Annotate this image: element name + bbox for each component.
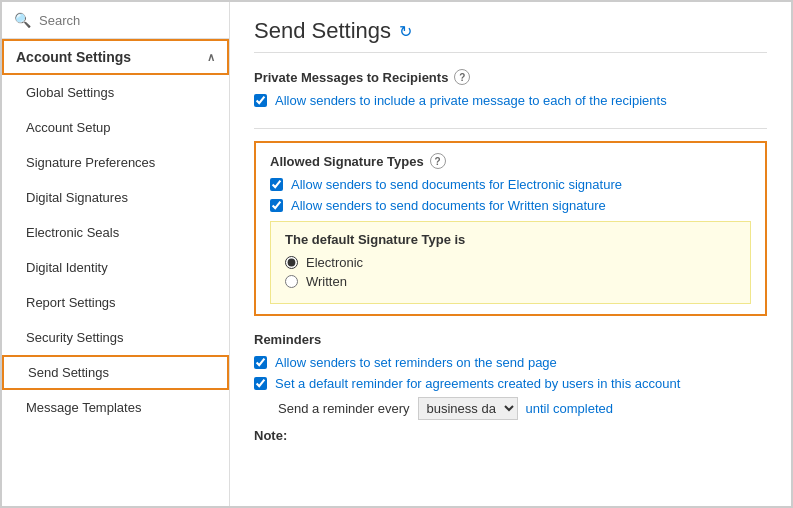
chevron-up-icon: ∧: [207, 51, 215, 64]
note-label: Note:: [254, 428, 767, 443]
sidebar-item-digital-signatures[interactable]: Digital Signatures: [2, 180, 229, 215]
sidebar-item-account-settings[interactable]: Account Settings ∧: [2, 39, 229, 75]
reminders-section: Reminders Allow senders to set reminders…: [254, 332, 767, 443]
default-sig-type-label: The default Signature Type is: [285, 232, 736, 247]
radio-written[interactable]: [285, 275, 298, 288]
default-sig-type-box: The default Signature Type is Electronic…: [270, 221, 751, 304]
radio-written-row: Written: [285, 274, 736, 289]
reminders-default-checkbox-row: Set a default reminder for agreements cr…: [254, 376, 767, 391]
sidebar-item-digital-identity[interactable]: Digital Identity: [2, 250, 229, 285]
sidebar: 🔍 Account Settings ∧ Global Settings Acc…: [2, 2, 230, 506]
private-messages-checkbox-label: Allow senders to include a private messa…: [275, 93, 667, 108]
sidebar-item-security-settings[interactable]: Security Settings: [2, 320, 229, 355]
reminders-default-label: Set a default reminder for agreements cr…: [275, 376, 680, 391]
refresh-icon[interactable]: ↻: [399, 22, 412, 41]
allowed-signature-types-label: Allowed Signature Types ?: [270, 153, 751, 169]
sidebar-item-report-settings[interactable]: Report Settings: [2, 285, 229, 320]
sidebar-item-send-settings[interactable]: Send Settings: [2, 355, 229, 390]
sidebar-item-electronic-seals[interactable]: Electronic Seals: [2, 215, 229, 250]
reminders-set-checkbox-row: Allow senders to set reminders on the se…: [254, 355, 767, 370]
electronic-sig-checkbox-row: Allow senders to send documents for Elec…: [270, 177, 751, 192]
radio-electronic-row: Electronic: [285, 255, 736, 270]
electronic-sig-checkbox[interactable]: [270, 178, 283, 191]
search-icon: 🔍: [14, 12, 31, 28]
reminder-frequency-select[interactable]: business da: [418, 397, 518, 420]
page-header: Send Settings ↻: [254, 18, 767, 53]
allowed-sig-help-icon[interactable]: ?: [430, 153, 446, 169]
private-messages-section: Private Messages to Recipients ? Allow s…: [254, 69, 767, 108]
reminder-prefix: Send a reminder every: [278, 401, 410, 416]
search-box: 🔍: [2, 2, 229, 39]
reminders-label: Reminders: [254, 332, 767, 347]
radio-written-label: Written: [306, 274, 347, 289]
written-sig-checkbox-row: Allow senders to send documents for Writ…: [270, 198, 751, 213]
private-messages-checkbox-row: Allow senders to include a private messa…: [254, 93, 767, 108]
reminder-frequency-row: Send a reminder every business da until …: [254, 397, 767, 420]
sidebar-item-global-settings[interactable]: Global Settings: [2, 75, 229, 110]
page-title: Send Settings: [254, 18, 391, 44]
search-input[interactable]: [39, 13, 217, 28]
reminders-set-label: Allow senders to set reminders on the se…: [275, 355, 557, 370]
private-messages-checkbox[interactable]: [254, 94, 267, 107]
sidebar-scroll: Global Settings Account Setup Signature …: [2, 75, 229, 506]
sidebar-item-account-setup[interactable]: Account Setup: [2, 110, 229, 145]
main-content: Send Settings ↻ Private Messages to Reci…: [230, 2, 791, 506]
sidebar-item-signature-preferences[interactable]: Signature Preferences: [2, 145, 229, 180]
written-sig-label: Allow senders to send documents for Writ…: [291, 198, 606, 213]
written-sig-checkbox[interactable]: [270, 199, 283, 212]
radio-electronic-label: Electronic: [306, 255, 363, 270]
account-settings-label: Account Settings: [16, 49, 131, 65]
private-messages-label: Private Messages to Recipients ?: [254, 69, 767, 85]
electronic-sig-label: Allow senders to send documents for Elec…: [291, 177, 622, 192]
reminder-suffix: until completed: [526, 401, 613, 416]
private-messages-help-icon[interactable]: ?: [454, 69, 470, 85]
reminders-default-checkbox[interactable]: [254, 377, 267, 390]
divider-1: [254, 128, 767, 129]
allowed-signature-types-section: Allowed Signature Types ? Allow senders …: [254, 141, 767, 316]
radio-electronic[interactable]: [285, 256, 298, 269]
sidebar-item-message-templates[interactable]: Message Templates: [2, 390, 229, 425]
reminders-set-checkbox[interactable]: [254, 356, 267, 369]
